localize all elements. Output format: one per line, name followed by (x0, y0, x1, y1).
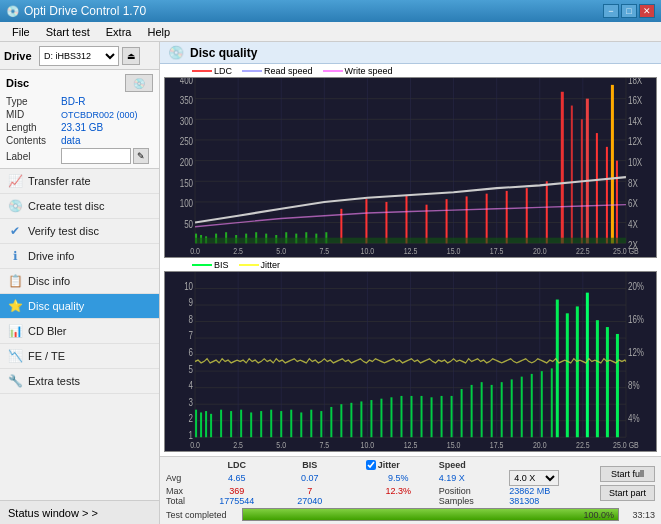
titlebar-title: 💿 Opti Drive Control 1.70 (6, 4, 603, 18)
disc-header-icon[interactable]: 💿 (125, 74, 153, 92)
svg-text:5.0: 5.0 (276, 439, 286, 450)
max-ldc: 369 (196, 486, 278, 496)
avg-ldc: 4.65 (196, 470, 278, 486)
stats-table: LDC BIS Jitter Speed Avg (166, 460, 596, 506)
svg-text:18X: 18X (628, 77, 643, 86)
disc-header: Disc 💿 (6, 74, 153, 92)
svg-rect-148 (541, 371, 543, 437)
svg-rect-136 (586, 293, 589, 438)
menubar: File Start test Extra Help (0, 22, 661, 42)
svg-rect-37 (385, 202, 387, 243)
svg-text:20.0: 20.0 (533, 245, 547, 256)
transfer-rate-icon: 📈 (8, 174, 22, 188)
disc-label-edit-button[interactable]: ✎ (133, 148, 149, 164)
maximize-button[interactable]: □ (621, 4, 637, 18)
svg-rect-51 (606, 147, 608, 243)
svg-text:4X: 4X (628, 218, 638, 231)
drive-select[interactable]: D: iHBS312 (39, 46, 119, 66)
avg-bis: 0.07 (278, 470, 342, 486)
nav-item-disc-quality[interactable]: ⭐ Disc quality (0, 294, 159, 319)
disc-info-label: Disc info (28, 275, 70, 287)
start-part-button[interactable]: Start part (600, 485, 655, 501)
svg-text:25.0 GB: 25.0 GB (613, 245, 639, 256)
disc-label-input[interactable] (61, 148, 131, 164)
svg-rect-127 (400, 396, 402, 437)
fe-te-icon: 📉 (8, 349, 22, 363)
menu-help[interactable]: Help (139, 24, 178, 40)
nav-item-fe-te[interactable]: 📉 FE / TE (0, 344, 159, 369)
nav-item-create-test-disc[interactable]: 💿 Create test disc (0, 194, 159, 219)
menu-start-test[interactable]: Start test (38, 24, 98, 40)
disc-mid-row: MID OTCBDR002 (000) (6, 109, 153, 120)
svg-rect-40 (446, 199, 448, 243)
nav-item-verify-test-disc[interactable]: ✔ Verify test disc (0, 219, 159, 244)
svg-text:15.0: 15.0 (447, 245, 461, 256)
svg-rect-115 (280, 411, 282, 437)
minimize-button[interactable]: − (603, 4, 619, 18)
write-speed-legend-item: Write speed (323, 66, 393, 76)
menu-extra[interactable]: Extra (98, 24, 140, 40)
svg-text:12X: 12X (628, 135, 643, 148)
jitter-checkbox-label[interactable]: Jitter (366, 460, 431, 470)
svg-text:7: 7 (189, 329, 193, 342)
svg-rect-119 (320, 411, 322, 437)
drive-bar: Drive D: iHBS312 ⏏ (0, 42, 159, 70)
svg-text:400: 400 (180, 77, 193, 86)
menu-file[interactable]: File (4, 24, 38, 40)
svg-rect-116 (290, 410, 292, 438)
nav-item-disc-info[interactable]: 📋 Disc info (0, 269, 159, 294)
svg-text:20%: 20% (628, 280, 644, 293)
svg-rect-43 (506, 191, 508, 243)
drive-eject-button[interactable]: ⏏ (122, 47, 140, 65)
svg-rect-145 (511, 379, 513, 437)
svg-text:22.5: 22.5 (576, 245, 590, 256)
svg-rect-123 (360, 401, 362, 437)
svg-text:50: 50 (184, 218, 193, 231)
nav-item-transfer-rate[interactable]: 📈 Transfer rate (0, 169, 159, 194)
disc-length-row: Length 23.31 GB (6, 122, 153, 133)
svg-rect-50 (596, 133, 598, 243)
svg-rect-122 (350, 403, 352, 437)
svg-rect-111 (240, 410, 242, 438)
disc-label-label: Label (6, 151, 61, 162)
svg-rect-120 (330, 407, 332, 437)
svg-text:16%: 16% (628, 313, 644, 326)
svg-rect-128 (411, 396, 413, 437)
svg-rect-114 (270, 410, 272, 438)
svg-rect-139 (616, 334, 619, 437)
fe-te-label: FE / TE (28, 350, 65, 362)
jitter-checkbox[interactable] (366, 460, 376, 470)
jitter-legend-item: Jitter (239, 260, 281, 270)
start-full-button[interactable]: Start full (600, 466, 655, 482)
disc-type-value: BD-R (61, 96, 85, 107)
svg-text:0.0: 0.0 (190, 439, 200, 450)
content-header-icon: 💿 (168, 45, 184, 60)
content-header-title: Disc quality (190, 46, 257, 60)
svg-rect-106 (200, 412, 202, 437)
nav-item-extra-tests[interactable]: 🔧 Extra tests (0, 369, 159, 394)
nav-item-drive-info[interactable]: ℹ Drive info (0, 244, 159, 269)
drive-label: Drive (4, 50, 36, 62)
svg-text:6: 6 (189, 346, 193, 359)
svg-rect-143 (491, 385, 493, 437)
svg-text:300: 300 (180, 115, 193, 128)
close-button[interactable]: ✕ (639, 4, 655, 18)
verify-test-disc-label: Verify test disc (28, 225, 99, 237)
svg-text:20.0: 20.0 (533, 439, 547, 450)
svg-text:14X: 14X (628, 115, 643, 128)
svg-text:7.5: 7.5 (319, 439, 329, 450)
status-window-label: Status window > > (8, 507, 98, 519)
speed-select[interactable]: 4.0 X (509, 470, 559, 486)
svg-text:10: 10 (184, 280, 193, 293)
chart2-legend: BIS Jitter (164, 260, 657, 270)
cd-bler-label: CD Bler (28, 325, 67, 337)
nav-item-cd-bler[interactable]: 📊 CD Bler (0, 319, 159, 344)
chart1: 400 350 300 250 200 150 100 50 18X 16X 1… (164, 77, 657, 258)
status-window-button[interactable]: Status window > > (0, 500, 159, 524)
progress-bar-fill (243, 509, 618, 520)
svg-text:350: 350 (180, 94, 193, 107)
avg-speed: 4.19 X (435, 470, 510, 486)
svg-text:10.0: 10.0 (361, 439, 375, 450)
svg-rect-140 (461, 389, 463, 437)
position-value: 23862 MB (509, 486, 596, 496)
